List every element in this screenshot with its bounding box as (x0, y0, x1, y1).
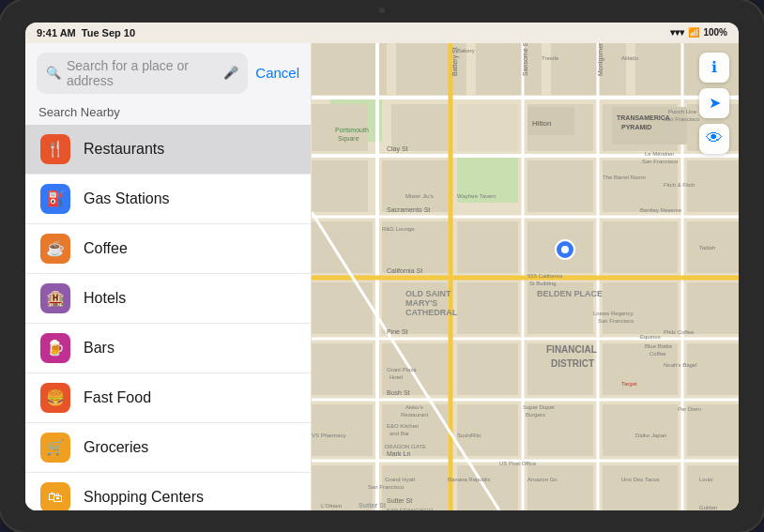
svg-rect-45 (457, 465, 518, 510)
svg-rect-29 (603, 282, 678, 334)
menu-item-restaurants[interactable]: 🍴Restaurants (25, 125, 311, 175)
svg-text:VS Pharmacy: VS Pharmacy (312, 433, 346, 438)
svg-point-86 (561, 246, 569, 253)
svg-text:Golden: Golden (699, 505, 717, 510)
svg-text:Grand Hyatt: Grand Hyatt (385, 477, 416, 482)
svg-text:San Francisco: San Francisco (642, 159, 679, 164)
battery-pct: 100% (703, 27, 727, 38)
menu-item-groceries[interactable]: 🛒Groceries (25, 423, 311, 473)
svg-text:San Francisco: San Francisco (368, 484, 405, 490)
svg-text:Pine St: Pine St (387, 328, 408, 335)
svg-text:Hotel: Hotel (390, 374, 403, 380)
svg-rect-42 (687, 404, 739, 456)
map-buttons: ℹ ➤ 👁 (699, 53, 729, 154)
svg-text:Hilton: Hilton (532, 119, 551, 128)
svg-rect-6 (551, 43, 626, 95)
svg-text:Burgers: Burgers (526, 412, 545, 418)
restaurants-icon: 🍴 (40, 134, 70, 164)
map-svg: Clay St Sacramento St California St Pine… (312, 43, 739, 510)
svg-rect-30 (687, 282, 739, 334)
status-left: 9:41 AM Tue Sep 10 (37, 27, 135, 38)
svg-text:Coffee: Coffee (649, 351, 666, 357)
svg-text:Target: Target (621, 381, 637, 387)
svg-text:Mark Ln: Mark Ln (387, 450, 410, 457)
svg-text:Akiko's: Akiko's (405, 404, 423, 410)
hotels-label: Hotels (84, 290, 126, 307)
svg-text:Noah's Bagel: Noah's Bagel (664, 362, 697, 368)
svg-text:CATHEDRAL: CATHEDRAL (405, 308, 458, 317)
svg-text:Bakery: Bakery (457, 48, 475, 53)
svg-text:L'Ottavo: L'Ottavo (321, 503, 343, 509)
svg-text:OLD SAINT: OLD SAINT (405, 289, 451, 298)
map-view-button[interactable]: 👁 (699, 124, 729, 154)
sidebar: 🔍 Search for a place or address 🎤 Cancel… (25, 43, 312, 510)
svg-text:Uno Dos Tacos: Uno Dos Tacos (621, 477, 660, 482)
coffee-icon: ☕ (40, 234, 70, 264)
svg-rect-36 (687, 343, 739, 395)
svg-text:Banana Republic: Banana Republic (448, 477, 491, 482)
fast-food-label: Fast Food (84, 389, 151, 406)
svg-text:SushiRito: SushiRito (457, 433, 481, 438)
svg-text:Sutter St: Sutter St (387, 497, 412, 504)
svg-rect-15 (382, 160, 448, 212)
svg-text:St Building: St Building (529, 281, 557, 286)
menu-item-bars[interactable]: 🍺Bars (25, 324, 311, 373)
battery-icon: 📶 (688, 27, 699, 38)
svg-rect-10 (457, 104, 518, 151)
svg-text:Grant Plaza: Grant Plaza (387, 367, 417, 372)
menu-item-coffee[interactable]: ☕Coffee (25, 224, 311, 274)
svg-rect-37 (312, 404, 373, 456)
status-bar: 9:41 AM Tue Sep 10 ▾▾▾ 📶 100% (25, 23, 739, 43)
map-info-button[interactable]: ℹ (699, 53, 729, 83)
search-placeholder: Search for a place or address (67, 58, 218, 88)
svg-rect-23 (603, 221, 678, 273)
svg-text:Le Méridien: Le Méridien (645, 151, 674, 157)
svg-text:Per Diem: Per Diem (678, 406, 701, 412)
svg-text:Daiko Japan: Daiko Japan (635, 433, 666, 438)
mic-icon[interactable]: 🎤 (223, 66, 238, 80)
svg-text:Sacramento St: Sacramento St (387, 206, 430, 213)
hotels-icon: 🏨 (40, 283, 70, 313)
svg-text:Alibido: Alibido (621, 55, 639, 61)
map-area[interactable]: Clay St Sacramento St California St Pine… (312, 43, 739, 510)
svg-text:MARY'S: MARY'S (405, 298, 437, 308)
menu-item-shopping-centers[interactable]: 🛍Shopping Centers (25, 473, 311, 510)
menu-item-hotels[interactable]: 🏨Hotels (25, 274, 311, 324)
search-bar[interactable]: 🔍 Search for a place or address 🎤 (37, 53, 248, 94)
status-time: 9:41 AM (37, 27, 76, 38)
svg-rect-47 (603, 465, 678, 510)
status-right: ▾▾▾ 📶 100% (670, 27, 727, 38)
map-location-button[interactable]: ➤ (699, 88, 729, 118)
svg-rect-31 (312, 343, 373, 395)
content-area: 🔍 Search for a place or address 🎤 Cancel… (25, 43, 739, 510)
svg-rect-27 (457, 282, 518, 334)
nearby-menu-list: 🍴Restaurants⛽Gas Stations☕Coffee🏨Hotels🍺… (25, 125, 311, 510)
groceries-icon: 🛒 (40, 433, 70, 463)
svg-text:Blue Bottle: Blue Bottle (645, 343, 673, 349)
ipad-frame: 9:41 AM Tue Sep 10 ▾▾▾ 📶 100% 🔍 Search f… (0, 0, 764, 532)
cancel-button[interactable]: Cancel (255, 65, 299, 81)
svg-text:Sansome St: Sansome St (522, 43, 528, 76)
svg-text:Square: Square (338, 135, 359, 143)
svg-text:Loews Regency: Loews Regency (593, 311, 634, 316)
svg-rect-9 (391, 104, 448, 151)
search-area: 🔍 Search for a place or address 🎤 Cancel (25, 43, 311, 101)
svg-text:San Francisco: San Francisco (664, 116, 700, 122)
wifi-icon: ▾▾▾ (670, 27, 684, 38)
menu-item-fast-food[interactable]: 🍔Fast Food (25, 373, 311, 423)
svg-text:Sutter St: Sutter St (359, 502, 387, 509)
svg-text:Tadish: Tadish (699, 245, 715, 251)
gas-stations-icon: ⛽ (40, 184, 70, 214)
svg-text:Philz Coffee: Philz Coffee (664, 329, 695, 335)
groceries-label: Groceries (84, 439, 148, 456)
svg-text:The Barrel Room: The Barrel Room (603, 175, 646, 180)
svg-text:Super Duper: Super Duper (523, 404, 555, 410)
svg-text:DRAGON GATE: DRAGON GATE (385, 444, 426, 449)
svg-text:Montgomery St: Montgomery St (597, 43, 604, 76)
svg-text:Clay St: Clay St (387, 145, 408, 153)
coffee-label: Coffee (84, 240, 128, 257)
svg-text:SAN FRANCISCO: SAN FRANCISCO (387, 508, 434, 510)
svg-text:R&G Lounge: R&G Lounge (382, 226, 415, 232)
menu-item-gas-stations[interactable]: ⛽Gas Stations (25, 175, 311, 224)
svg-text:Trestle: Trestle (542, 55, 559, 61)
